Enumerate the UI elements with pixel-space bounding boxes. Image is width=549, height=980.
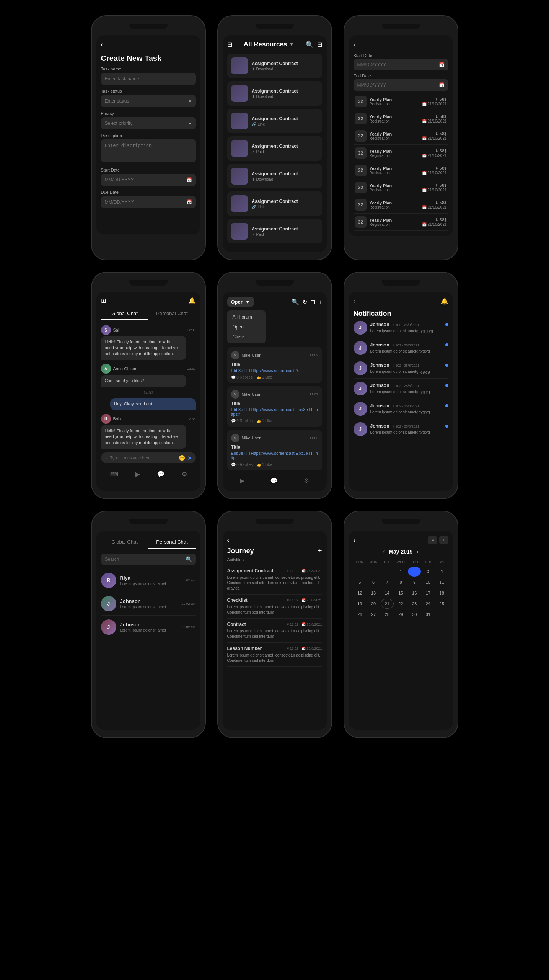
back-button[interactable]: ‹ <box>101 41 103 49</box>
cal-cell-2-5[interactable]: 17 <box>422 588 435 598</box>
dd-item-close[interactable]: Close <box>227 332 266 342</box>
keyboard-icon[interactable]: ⌨ <box>109 470 118 478</box>
cal-cell-2-6[interactable]: 18 <box>435 588 448 598</box>
cal-cell-4-4[interactable]: 30 <box>408 609 421 619</box>
cal-cell-0-6[interactable]: 4 <box>435 567 448 577</box>
cal-cell-1-2[interactable]: 7 <box>381 577 394 587</box>
cal-cell-1-0[interactable]: 5 <box>354 577 367 587</box>
journey-add-btn[interactable]: + <box>318 547 322 555</box>
task-status-input[interactable] <box>101 95 196 107</box>
contact-item-2[interactable]: J Johnson Lorem ipsum dolor sit amet 11:… <box>101 616 196 639</box>
send-icon[interactable]: ➤ <box>187 455 192 461</box>
cal-next-btn[interactable]: › <box>417 548 419 555</box>
forum-filter-icon[interactable]: ⊟ <box>310 298 315 305</box>
cal-cell-1-3[interactable]: 8 <box>394 577 407 587</box>
cal-cell-4-5[interactable]: 31 <box>422 609 435 619</box>
start-date-input[interactable] <box>101 174 196 186</box>
s7-tab-global[interactable]: Global Chat <box>101 536 148 549</box>
cal-cell-1-1[interactable]: 6 <box>367 577 380 587</box>
notif-back-btn[interactable]: ‹ <box>354 297 356 305</box>
cal-cell-3-1[interactable]: 20 <box>367 599 380 609</box>
cal-cell-1-4[interactable]: 9 <box>408 577 421 587</box>
dd-item-all-forum[interactable]: All Forum <box>227 312 266 322</box>
journey-back-btn[interactable]: ‹ <box>227 536 230 544</box>
open-btn[interactable]: Open ▼ <box>227 297 254 307</box>
plan-item-2[interactable]: 32 Yearly Plan Registration ⬇ 58$ 📅 21/1… <box>354 127 448 145</box>
play-icon[interactable]: ▶ <box>135 470 140 478</box>
cal-cell-4-1[interactable]: 27 <box>367 609 380 619</box>
resource-item-1[interactable]: Assignment Contract ⬇ Download <box>227 81 322 106</box>
chat-input-row[interactable]: + Type a message here 😊 ➤ <box>101 452 196 463</box>
cal-cell-2-3[interactable]: 15 <box>394 588 407 598</box>
resources-dropdown-icon[interactable]: ▼ <box>289 42 294 47</box>
cal-cell-0-4[interactable]: 2 <box>408 567 421 577</box>
plan-item-3[interactable]: 32 Yearly Plan Registration ⬇ 58$ 📅 21/1… <box>354 145 448 162</box>
task-name-input[interactable] <box>101 73 196 85</box>
cal-back-btn[interactable]: ‹ <box>354 536 356 544</box>
plans-back-button[interactable]: ‹ <box>354 41 356 49</box>
s7-tab-personal[interactable]: Personal Chat <box>148 536 196 549</box>
plan-item-7[interactable]: 32 Yearly Plan Registration ⬇ 58$ 📅 21/1… <box>354 214 448 231</box>
resource-item-0[interactable]: Assignment Contract ⬇ Download <box>227 54 322 78</box>
forum-bot-bubble[interactable]: 💬 <box>270 477 278 484</box>
search-icon[interactable]: 🔍 <box>306 41 313 48</box>
filter-icon[interactable]: ⊟ <box>317 41 322 48</box>
priority-input[interactable] <box>101 117 196 129</box>
cal-cell-3-3[interactable]: 22 <box>394 599 407 609</box>
forum-search-icon[interactable]: 🔍 <box>292 298 299 305</box>
grid-icon[interactable]: ⊞ <box>227 41 232 48</box>
tab-global-chat[interactable]: Global Chat <box>101 307 148 320</box>
cal-list-btn[interactable]: ≡ <box>428 536 437 544</box>
cal-cell-4-0[interactable]: 26 <box>354 609 367 619</box>
resource-item-4[interactable]: Assignment Contract ⬇ Download <box>227 164 322 188</box>
cal-cell-1-6[interactable]: 11 <box>435 577 448 587</box>
s7-search-icon[interactable]: 🔍 <box>186 556 192 562</box>
plan-item-5[interactable]: 32 Yearly Plan Registration ⬇ 58$ 📅 21/1… <box>354 179 448 196</box>
resource-item-5[interactable]: Assignment Contract 🔗 Link <box>227 191 322 216</box>
plan-item-6[interactable]: 32 Yearly Plan Registration ⬇ 58$ 📅 21/1… <box>354 196 448 214</box>
forum-bot-settings[interactable]: ⚙ <box>304 477 309 484</box>
forum-post-0[interactable]: M Mike User 11:02 Title Ebb3eTTTHttps://… <box>227 347 322 383</box>
forum-post-1[interactable]: M Mike User 11:02 Title Ebb3eTTTHttps://… <box>227 386 322 427</box>
cal-add-btn[interactable]: + <box>439 536 448 544</box>
emoji-icon[interactable]: 😊 <box>179 455 185 461</box>
chat-grid-icon[interactable]: ⊞ <box>101 297 106 304</box>
add-icon[interactable]: + <box>105 455 108 461</box>
cal-cell-2-0[interactable]: 12 <box>354 588 367 598</box>
description-textarea[interactable] <box>101 139 196 162</box>
plan-item-4[interactable]: 32 Yearly Plan Registration ⬇ 58$ 📅 21/1… <box>354 162 448 179</box>
cal-cell-4-3[interactable]: 29 <box>394 609 407 619</box>
s3-start-date-row[interactable]: MM/DD/YYYY 📅 <box>354 59 448 70</box>
due-date-input[interactable] <box>101 196 196 208</box>
resource-item-3[interactable]: Assignment Contract ✓ Paid <box>227 136 322 161</box>
notif-bell-icon[interactable]: 🔔 <box>441 297 448 305</box>
contact-item-1[interactable]: J Johnson Lorem ipsum dolor sit amet 11:… <box>101 592 196 616</box>
tab-personal-chat[interactable]: Personal Chat <box>148 307 196 320</box>
cal-prev-btn[interactable]: ‹ <box>383 548 385 555</box>
chat-input[interactable]: Type a message here <box>110 456 176 460</box>
cal-cell-2-2[interactable]: 14 <box>381 588 394 598</box>
plan-item-0[interactable]: 32 Yearly Plan Registration ⬇ 58$ 📅 21/1… <box>354 93 448 110</box>
plan-item-1[interactable]: 32 Yearly Plan Registration ⬇ 58$ 📅 21/1… <box>354 110 448 127</box>
cal-cell-2-4[interactable]: 16 <box>408 588 421 598</box>
resource-item-6[interactable]: Assignment Contract ✓ Paid <box>227 219 322 243</box>
cal-cell-3-6[interactable]: 25 <box>435 599 448 609</box>
cal-cell-4-2[interactable]: 28 <box>381 609 394 619</box>
cal-cell-0-5[interactable]: 3 <box>422 567 435 577</box>
cal-cell-0-3[interactable]: 1 <box>394 567 407 577</box>
cal-cell-3-0[interactable]: 19 <box>354 599 367 609</box>
s7-search-bar[interactable]: Search 🔍 <box>101 554 196 565</box>
forum-add-icon[interactable]: + <box>318 299 322 305</box>
cal-cell-2-1[interactable]: 13 <box>367 588 380 598</box>
chat-bell-icon[interactable]: 🔔 <box>188 297 196 304</box>
forum-bot-play[interactable]: ▶ <box>240 477 244 484</box>
resource-item-2[interactable]: Assignment Contract 🔗 Link <box>227 109 322 133</box>
s3-end-date-row[interactable]: MM/DD/YYYY 📅 <box>354 79 448 91</box>
dd-item-open[interactable]: Open <box>227 322 266 332</box>
forum-refresh-icon[interactable]: ↻ <box>302 298 307 305</box>
cal-cell-3-5[interactable]: 24 <box>422 599 435 609</box>
bubble-icon[interactable]: 💬 <box>157 470 165 478</box>
contact-item-0[interactable]: R Riya Lorem ipsum dolor sit amet 11:02 … <box>101 569 196 592</box>
cal-cell-1-5[interactable]: 10 <box>422 577 435 587</box>
forum-post-2[interactable]: M Mike User 11:02 Title Ebb3eTTTHttps://… <box>227 430 322 470</box>
